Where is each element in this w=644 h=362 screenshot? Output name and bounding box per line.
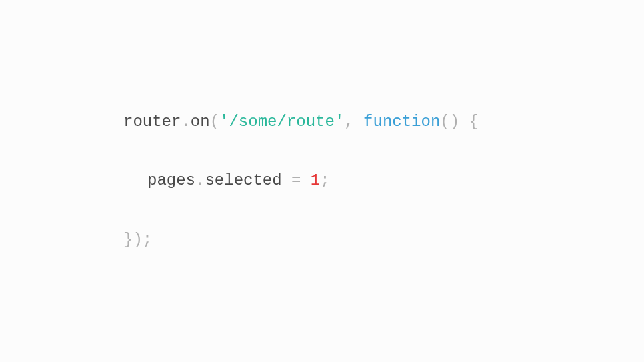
dot-operator: . [181,113,190,131]
empty-parens: () [440,113,469,131]
comma: , [344,113,363,131]
assign-operator: = [282,171,311,189]
code-line-3: }); [123,225,479,255]
code-line-2: pages.selected = 1; [123,166,479,195]
code-snippet: router.on('/some/route', function() { pa… [123,77,479,285]
function-keyword: function [363,113,440,131]
semicolon: ; [143,231,152,249]
brace-close: } [123,231,133,249]
string-body: /some/route [229,113,334,131]
property-name: selected [205,171,281,189]
identifier: router [123,113,181,131]
code-line-1: router.on('/some/route', function() { [123,107,479,137]
dot-operator: . [195,171,205,189]
paren-close: ) [133,231,142,249]
string-quote-open: ' [219,113,229,131]
brace-open: { [469,113,479,131]
string-quote-close: ' [335,113,344,131]
semicolon: ; [320,171,329,189]
method-name: on [191,113,210,131]
number-literal: 1 [311,171,320,189]
identifier: pages [147,171,195,189]
paren-open: ( [210,113,219,131]
